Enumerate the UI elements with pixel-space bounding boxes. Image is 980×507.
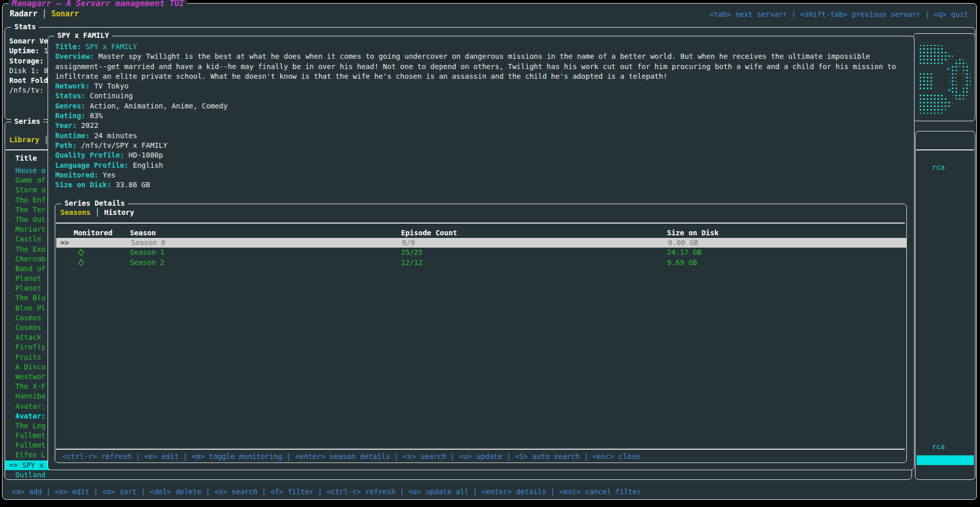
network-text-fragment: rca (932, 443, 945, 451)
sonarr-dot-logo-icon (916, 37, 973, 118)
tab-divider: │ (42, 9, 47, 18)
terminal-screen: Managarr – A Servarr management TUI Rada… (0, 0, 980, 507)
tab-radarr[interactable]: Radarr (10, 9, 37, 18)
header-monitored: Monitored (74, 229, 113, 237)
info-field: Title:SPY x FAMILY (55, 42, 908, 52)
info-field: Language Profile:English (55, 161, 908, 170)
modal-title: SPY x FAMILY (54, 31, 112, 39)
size-on-disk: 9.69 GB (667, 258, 697, 268)
info-field: Year:2022 (55, 121, 908, 130)
season-name: Season 0 (131, 238, 165, 248)
seasons-help-bar: <ctrl-r> refresh | <e> edit | <m> toggle… (62, 452, 640, 460)
info-field: Genres:Action, Animation, Anime, Comedy (55, 101, 908, 111)
series-list-item[interactable]: Outland (5, 470, 82, 480)
stats-panel-title: Stats (11, 23, 39, 31)
seasons-table-header: Monitored Season Episode Count Size on D… (55, 229, 906, 238)
episode-count: 12/12 (401, 258, 422, 268)
stat-line: /nfs/tv: 1 (9, 85, 52, 95)
logo-panel (913, 33, 975, 121)
details-tabs: Seasons│History (60, 208, 134, 216)
episode-count: 0/0 (402, 238, 415, 248)
tab-history[interactable]: History (104, 208, 134, 216)
size-on-disk: 0.00 GB (668, 238, 698, 248)
episode-count: 25/25 (401, 248, 422, 257)
info-field: Monitored:Yes (55, 170, 908, 180)
selected-row-highlight-fragment (917, 455, 974, 465)
series-details-title: Series Details (61, 199, 128, 207)
selection-marker: => (60, 238, 69, 248)
right-separator (916, 149, 974, 150)
season-row[interactable]: Season 2 12/12 9.69 GB (55, 258, 906, 268)
right-fragment-panel: rca rca (915, 131, 975, 480)
season-row[interactable]: => Season 0 0/0 0.00 GB (56, 238, 907, 248)
season-row[interactable]: Season 1 25/25 24.17 GB (55, 248, 906, 257)
library-help-bar: <a> add | <e> edit | <o> sort | <del> de… (12, 488, 641, 496)
details-separator-top (56, 223, 905, 224)
monitored-tag-icon (78, 259, 84, 269)
header-season: Season (130, 229, 156, 237)
app-title: Managarr – A Servarr management TUI (9, 0, 187, 8)
details-separator-bottom (56, 449, 905, 450)
header-episode-count: Episode Count (401, 229, 457, 237)
size-on-disk: 24.17 GB (667, 248, 701, 257)
stat-line: Root Folde (9, 76, 52, 85)
info-field: Quality Profile:HD-1080p (55, 150, 908, 160)
tab-seasons[interactable]: Seasons (60, 208, 91, 216)
info-field: Overview:Master spy Twilight is the best… (55, 52, 908, 81)
servarr-tabs: Radarr│Sonarr (10, 9, 79, 18)
series-details-panel: Series Details Seasons│History Monitored… (55, 204, 907, 463)
series-column-header: Title (15, 154, 37, 162)
info-field: Network:TV Tokyo (55, 81, 908, 91)
root-window: Managarr – A Servarr management TUI Rada… (2, 3, 977, 500)
season-name: Season 1 (130, 248, 164, 257)
series-info-fields: Title:SPY x FAMILY Overview:Master spy T… (55, 42, 908, 190)
info-field: Path:/nfs/tv/SPY x FAMILY (55, 141, 908, 150)
series-panel-title: Series (11, 117, 43, 125)
network-text-fragment: rca (932, 163, 945, 171)
tab-library[interactable]: Library│ (9, 136, 48, 144)
stats-lines: Sonarr Ver Uptime: 17 Storage: Disk 1: 8… (9, 36, 52, 96)
tab-divider: │ (95, 208, 99, 216)
info-field: Size on Disk:33.86 GB (55, 180, 908, 190)
info-field: Runtime:24 minutes (55, 131, 908, 141)
stat-line: Disk 1: 80 (9, 66, 52, 76)
info-field: Rating:83% (55, 111, 908, 121)
stat-line: Sonarr Ver (9, 36, 52, 46)
servarr-help-bar: <tab> next servarr | <shift-tab> previou… (709, 10, 968, 18)
stat-line: Storage: (9, 56, 52, 66)
header-size-on-disk: Size on Disk (667, 229, 719, 237)
stat-line: Uptime: 17 (9, 46, 52, 56)
series-info-modal: SPY x FAMILY Title:SPY x FAMILY Overview… (48, 36, 915, 470)
tab-sonarr[interactable]: Sonarr (51, 9, 79, 18)
season-name: Season 2 (130, 258, 164, 268)
info-field: Status:Continuing (55, 91, 908, 101)
seasons-table: => Season 0 0/0 0.00 GB Season 1 25/25 (55, 238, 906, 268)
